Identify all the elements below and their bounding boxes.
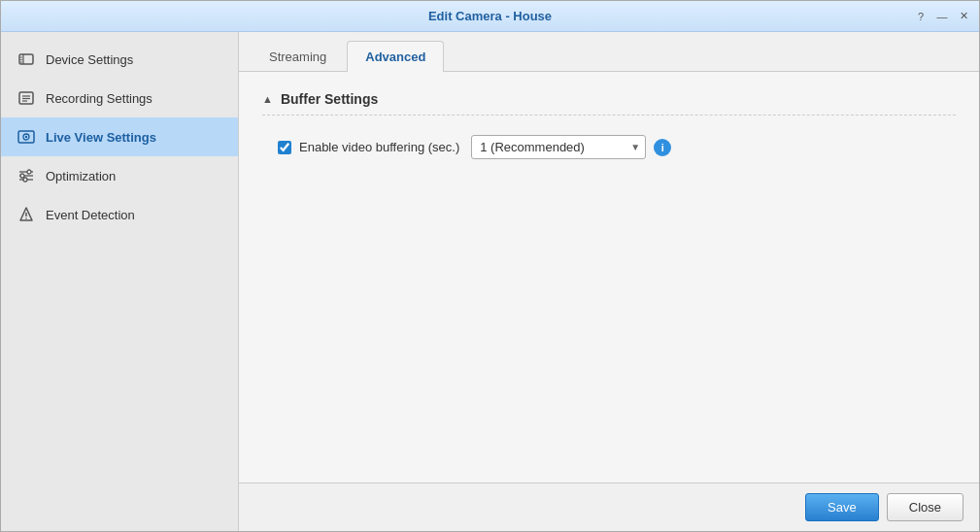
svg-point-11 [25, 136, 27, 138]
main-window: Edit Camera - House ? — ✕ Device [0, 0, 980, 532]
sidebar-label-device-settings: Device Settings [46, 52, 133, 67]
video-buffering-row: Enable video buffering (sec.) 1 (Recomme… [262, 131, 956, 163]
minimize-button[interactable]: — [934, 9, 950, 24]
optimization-icon [17, 166, 36, 185]
sidebar-label-optimization: Optimization [46, 169, 116, 183]
dropdown-wrapper: 1 (Recommended) 2 3 5 10 ▼ i [471, 135, 671, 159]
tab-streaming[interactable]: Streaming [251, 41, 345, 72]
svg-point-3 [20, 59, 22, 61]
info-icon[interactable]: i [654, 139, 671, 156]
titlebar-controls: ? — ✕ [913, 9, 971, 24]
main-content: Device Settings Recording Settings [1, 32, 979, 531]
sidebar-item-optimization[interactable]: Optimization [1, 156, 238, 195]
sidebar-item-live-view-settings[interactable]: Live View Settings [1, 117, 238, 156]
close-button[interactable]: ✕ [956, 9, 971, 24]
recording-icon [17, 88, 36, 108]
enable-buffering-checkbox[interactable] [278, 141, 291, 154]
device-icon [17, 50, 36, 69]
titlebar: Edit Camera - House ? — ✕ [1, 1, 979, 32]
svg-point-20 [25, 217, 27, 219]
event-icon [17, 205, 36, 224]
liveview-icon [17, 127, 36, 147]
sidebar-label-recording-settings: Recording Settings [46, 91, 152, 106]
collapse-button[interactable]: ▲ [262, 93, 273, 105]
sidebar-item-recording-settings[interactable]: Recording Settings [1, 79, 238, 117]
right-panel: Streaming Advanced ▲ Buffer Settings En [239, 32, 979, 531]
help-button[interactable]: ? [913, 9, 929, 24]
buffering-label: Enable video buffering (sec.) [299, 140, 459, 154]
svg-point-2 [20, 56, 22, 58]
close-button[interactable]: Close [887, 493, 963, 521]
buffer-settings-section: ▲ Buffer Settings [262, 91, 956, 116]
svg-point-4 [20, 61, 22, 63]
svg-point-15 [27, 170, 31, 174]
content-area: ▲ Buffer Settings Enable video buffering… [239, 72, 979, 482]
sidebar-label-live-view-settings: Live View Settings [46, 130, 156, 145]
buffer-value-dropdown[interactable]: 1 (Recommended) 2 3 5 10 [471, 135, 646, 159]
sidebar: Device Settings Recording Settings [1, 32, 239, 531]
window-title: Edit Camera - House [428, 9, 552, 23]
sidebar-item-device-settings[interactable]: Device Settings [1, 40, 238, 79]
sidebar-item-event-detection[interactable]: Event Detection [1, 195, 238, 234]
svg-point-17 [23, 178, 27, 182]
tabs-bar: Streaming Advanced [239, 32, 979, 72]
checkbox-wrapper: Enable video buffering (sec.) [278, 140, 459, 154]
footer: Save Close [239, 482, 979, 531]
tab-advanced[interactable]: Advanced [347, 41, 444, 72]
section-title: Buffer Settings [281, 91, 378, 107]
sidebar-label-event-detection: Event Detection [46, 208, 135, 222]
svg-point-13 [20, 174, 24, 178]
save-button[interactable]: Save [805, 493, 879, 521]
